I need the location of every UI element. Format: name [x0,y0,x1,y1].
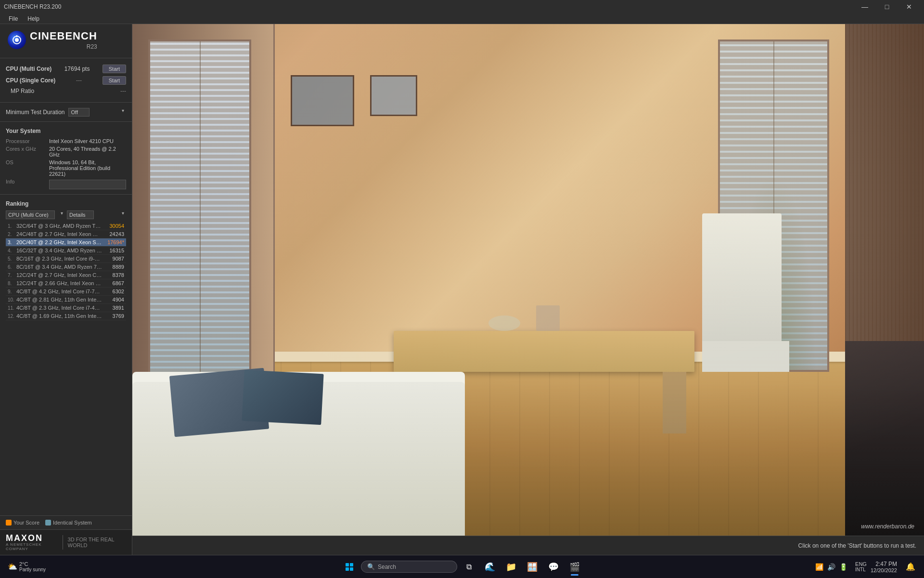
table-row[interactable]: 1.32C/64T @ 3 GHz, AMD Ryzen Threadrippe… [6,222,126,230]
taskbar: ⛅ 2°C Partly sunny 🔍 Search [0,555,924,578]
rank-number: 2. [8,232,14,237]
rank-score: 3891 [103,305,124,311]
identical-legend: Identical System [45,520,92,525]
ranking-list: 1.32C/64T @ 3 GHz, AMD Ryzen Threadrippe… [6,222,126,320]
close-button[interactable]: ✕ [898,0,920,13]
ranking-type-wrapper: CPU (Multi Core) CPU (Single Core) [6,210,65,219]
rank-number: 11. [8,305,14,311]
cpu-multi-start-button[interactable]: Start [103,65,126,73]
menu-file[interactable]: File [4,13,23,24]
table-row[interactable]: 10.4C/8T @ 2.81 GHz, 11th Gen Intel Core… [6,296,126,304]
minimize-button[interactable]: — [854,0,876,13]
pillow2 [242,370,324,425]
start-button[interactable] [340,557,359,577]
your-score-legend: Your Score [6,520,39,525]
cores-label: Cores x GHz [6,146,49,158]
menu-help[interactable]: Help [23,13,44,24]
table-row[interactable]: 2.24C/48T @ 2.7 GHz, Intel Xeon W-3265M … [6,230,126,238]
volume-icon[interactable]: 🔊 [827,563,835,571]
cinebench-icon: 🎬 [569,562,580,572]
chat-app-button[interactable]: 💬 [544,557,563,577]
table-row[interactable]: 4.16C/32T @ 3.4 GHz, AMD Ryzen Threadrip… [6,247,126,255]
rank-number: 12. [8,314,14,319]
time-section: 2:47 PM 12/20/2022 [871,561,897,573]
clock-time: 2:47 PM [871,561,897,567]
maximize-button[interactable]: □ [876,0,898,13]
processor-value: Intel Xeon Silver 4210 CPU [49,138,126,144]
details-select[interactable]: Details [67,210,94,219]
weather-info: 2°C Partly sunny [19,561,46,572]
search-bar[interactable]: 🔍 Search [361,561,457,573]
cinebench-button[interactable]: 🎬 [565,557,584,577]
edge-button[interactable]: 🌊 [480,557,500,577]
table-row[interactable]: 9.4C/8T @ 4.2 GHz, Intel Core i7-7700K C… [6,288,126,296]
weather-section: ⛅ 2°C Partly sunny [4,561,50,572]
table-row[interactable]: 12.4C/8T @ 1.69 GHz, 11th Gen Intel Core… [6,312,126,320]
left-panel: CINEBENCH R23 CPU (Multi Core) 17694 pts… [0,24,132,555]
min-duration-select-wrapper: Off 10 min 30 min [68,107,126,117]
cores-value: 20 Cores, 40 Threads @ 2.2 GHz [49,146,126,158]
title-bar: CINEBENCH R23.200 — □ ✕ [0,0,924,13]
locale-intl: INTL [855,567,867,572]
app-window: CINEBENCH R23.200 — □ ✕ File Help [0,0,924,578]
table-row[interactable]: 8.12C/24T @ 2.66 GHz, Intel Xeon CPU X56… [6,279,126,288]
cpu-single-start-button[interactable]: Start [103,76,126,85]
weather-temp: 2°C [19,561,46,567]
rank-number: 4. [8,248,14,253]
rank-label: 16C/32T @ 3.4 GHz, AMD Ryzen Threadrippe… [16,248,103,253]
ranking-title: Ranking [6,200,126,207]
os-value: Windows 10, 64 Bit, Professional Edition… [49,159,126,177]
rank-label: 4C/8T @ 1.69 GHz, 11th Gen Intel Core i7… [16,313,103,319]
notification-button[interactable]: 🔔 [901,557,920,577]
render-preview: www.renderbaron.de [132,24,924,536]
cpu-single-score: --- [76,77,82,84]
task-view-button[interactable]: ⧉ [459,557,478,577]
min-duration-label: Minimum Test Duration [6,109,64,116]
min-duration-select[interactable]: Off 10 min 30 min [68,108,90,117]
bottom-logo-area: MAXON A NEMETSCHEK COMPANY 3D FOR THE RE… [0,529,132,555]
rank-number: 3. [8,240,14,245]
rank-score: 24243 [103,231,124,237]
explorer-icon: 📁 [506,562,516,572]
table-row[interactable]: 6.8C/16T @ 3.4 GHz, AMD Ryzen 7 1700X Ei… [6,263,126,271]
benchmark-section: CPU (Multi Core) 17694 pts Start CPU (Si… [0,58,132,100]
identical-box [45,520,51,525]
rank-label: 4C/8T @ 2.3 GHz, Intel Core i7-4850HQ CP… [16,305,103,311]
cpu-multi-row: CPU (Multi Core) 17694 pts Start [6,63,126,75]
mp-ratio-row: MP Ratio --- [6,86,126,97]
cores-row: Cores x GHz 20 Cores, 40 Threads @ 2.2 G… [6,145,126,158]
store-icon: 🪟 [527,562,538,572]
rank-score: 17694* [103,239,124,245]
store-button[interactable]: 🪟 [523,557,542,577]
ranking-section: Ranking CPU (Multi Core) CPU (Single Cor… [0,197,132,515]
maxon-logo: MAXON A NEMETSCHEK COMPANY [6,534,58,551]
title-text: CINEBENCH R23.200 [4,3,854,10]
rank-score: 8889 [103,264,124,270]
main-content: CINEBENCH R23 CPU (Multi Core) 17694 pts… [0,24,924,555]
table-row[interactable]: 5.8C/16T @ 2.3 GHz, Intel Core i9-9880H … [6,255,126,263]
table-row[interactable]: 3.20C/40T @ 2.2 GHz, Intel Xeon Silver 4… [6,238,126,247]
clock-date: 12/20/2022 [871,567,897,573]
logo-icon [8,31,26,49]
logo-name: CINEBENCH [30,30,97,42]
anemetschek-text: A NEMETSCHEK COMPANY [6,542,58,551]
ranking-controls: CPU (Multi Core) CPU (Single Core) Detai… [6,210,126,219]
search-icon: 🔍 [367,563,375,570]
ranking-type-select[interactable]: CPU (Multi Core) CPU (Single Core) [6,210,55,219]
battery-icon[interactable]: 🔋 [839,563,847,571]
info-input[interactable] [49,180,126,189]
explorer-button[interactable]: 📁 [501,557,521,577]
cpu-single-label: CPU (Single Core) [6,77,55,84]
table-row[interactable]: 7.12C/24T @ 2.7 GHz, Intel Xeon CPU E5-2… [6,271,126,279]
taskbar-center: 🔍 Search ⧉ 🌊 📁 🪟 💬 [340,557,584,577]
render-watermark: www.renderbaron.de [861,523,914,530]
bottom-legend: Your Score Identical System [0,515,132,529]
sys-tray: 📶 🔊 🔋 [811,563,851,571]
table-row[interactable]: 11.4C/8T @ 2.3 GHz, Intel Core i7-4850HQ… [6,304,126,312]
network-icon[interactable]: 📶 [815,563,823,571]
identical-legend-label: Identical System [53,520,92,525]
rank-number: 10. [8,297,14,302]
rank-score: 9087 [103,256,124,262]
rank-number: 8. [8,281,14,286]
rank-score: 6867 [103,280,124,286]
